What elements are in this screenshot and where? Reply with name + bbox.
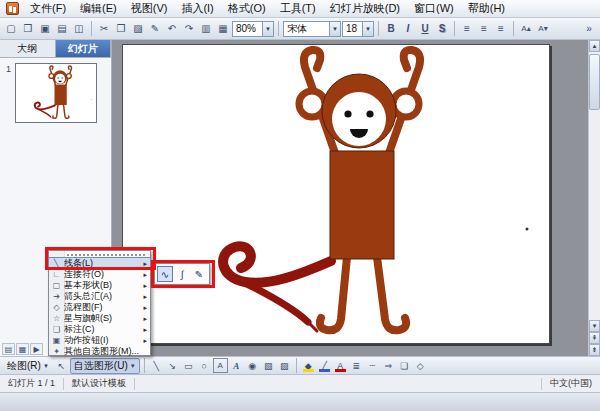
- autoshapes-menu-label: 自选图形(U): [74, 359, 128, 373]
- scroll-up-button[interactable]: ▴: [589, 40, 600, 52]
- increase-font-size-button[interactable]: A▴: [518, 21, 534, 37]
- diagram-icon[interactable]: ◉: [245, 358, 260, 373]
- menu-window[interactable]: 窗口(W): [407, 0, 461, 19]
- insert-chart-icon[interactable]: ▥: [198, 21, 214, 37]
- chevron-down-icon[interactable]: ▼: [262, 22, 273, 36]
- slide-thumbnail-row: 1: [0, 58, 111, 128]
- font-family-select[interactable]: 宋体 ▼: [283, 21, 341, 37]
- wordart-icon[interactable]: A: [229, 358, 244, 373]
- zoom-value: 80%: [236, 23, 256, 34]
- powerpoint-window: 文件(F) 编辑(E) 视图(V) 插入(I) 格式(O) 工具(T) 幻灯片放…: [0, 0, 600, 411]
- threed-style-icon[interactable]: ◇: [413, 358, 428, 373]
- scribble-icon[interactable]: ✎: [191, 266, 207, 282]
- select-objects-icon[interactable]: ↖: [54, 358, 69, 373]
- undo-icon[interactable]: ↶: [164, 21, 180, 37]
- line-style-icon[interactable]: ≣: [349, 358, 364, 373]
- autoshapes-menu-button[interactable]: 自选图形(U) ▼: [70, 358, 140, 374]
- connectors-icon: ∟: [49, 270, 64, 279]
- slide-canvas[interactable]: [122, 44, 550, 344]
- dash-style-icon[interactable]: ┄: [365, 358, 380, 373]
- save-icon[interactable]: ▣: [37, 21, 53, 37]
- slide-sorter-view-button[interactable]: ▦: [16, 343, 29, 355]
- scroll-down-button[interactable]: ▾: [589, 320, 600, 332]
- print-icon[interactable]: ▤: [54, 21, 70, 37]
- tab-outline[interactable]: 大纲: [0, 40, 56, 57]
- callouts-icon: ❑: [49, 325, 64, 334]
- align-left-button[interactable]: ≡: [459, 21, 475, 37]
- menu-tools[interactable]: 工具(T): [273, 0, 323, 19]
- menu-help[interactable]: 帮助(H): [461, 0, 512, 19]
- chevron-down-icon[interactable]: ▼: [329, 22, 340, 36]
- arrow-style-icon[interactable]: ⇒: [381, 358, 396, 373]
- standard-toolbar: ▢ ❒ ▣ ▤ ◫ ✂ ❐ ▨ ✎ ↶ ↷ ▥ ▦ 80% ▼ 宋体 ▼ 18 …: [0, 18, 600, 40]
- monkey-drawing[interactable]: [123, 45, 551, 345]
- decrease-font-size-button[interactable]: A▾: [535, 21, 551, 37]
- font-family-value: 宋体: [287, 22, 307, 36]
- format-painter-icon[interactable]: ✎: [147, 21, 163, 37]
- line-color-bar: [319, 369, 330, 372]
- zoom-select[interactable]: 80% ▼: [232, 21, 274, 37]
- menu-edit[interactable]: 编辑(E): [73, 0, 124, 19]
- clip-art-icon[interactable]: ▧: [261, 358, 276, 373]
- scrollbar-thumb[interactable]: [589, 54, 600, 110]
- italic-button[interactable]: I: [400, 21, 416, 37]
- toolbar-options-button[interactable]: »: [581, 21, 597, 37]
- cut-icon[interactable]: ✂: [96, 21, 112, 37]
- status-bar: 幻灯片 1 / 1 默认设计模板 中文(中国): [0, 374, 600, 392]
- curve-icon[interactable]: ∿: [157, 266, 173, 282]
- menu-slideshow[interactable]: 幻灯片放映(D): [323, 0, 407, 19]
- menu-item-label: 其他自选图形(M)...: [64, 345, 145, 358]
- line-color-icon[interactable]: ╱: [317, 358, 332, 373]
- copy-icon[interactable]: ❐: [113, 21, 129, 37]
- action-buttons-icon: ▣: [49, 336, 64, 345]
- text-box-icon[interactable]: A: [213, 358, 228, 373]
- arrow-tool-icon[interactable]: ↘: [165, 358, 180, 373]
- line-tool-icon[interactable]: ╲: [149, 358, 164, 373]
- scrollbar-track[interactable]: [589, 52, 600, 320]
- powerpoint-icon: [6, 2, 19, 15]
- toolbar-separator: [513, 21, 514, 36]
- font-size-select[interactable]: 18 ▼: [342, 21, 374, 37]
- insert-table-icon[interactable]: ▦: [215, 21, 231, 37]
- menu-format[interactable]: 格式(O): [221, 0, 273, 19]
- tab-slides[interactable]: 幻灯片: [56, 40, 112, 57]
- open-folder-icon[interactable]: ❒: [20, 21, 36, 37]
- menu-view[interactable]: 视图(V): [124, 0, 175, 19]
- status-language: 中文(中国): [541, 378, 600, 390]
- insert-picture-icon[interactable]: ▨: [277, 358, 292, 373]
- shadow-button[interactable]: S: [434, 21, 450, 37]
- previous-slide-button[interactable]: ⇞: [589, 332, 600, 344]
- panel-tabs: 大纲 幻灯片: [0, 40, 111, 58]
- freeform-icon[interactable]: ∫: [174, 266, 190, 282]
- draw-menu-button[interactable]: 绘图(R) ▼: [3, 358, 53, 374]
- fill-color-bar: [303, 369, 314, 372]
- fill-color-icon[interactable]: ◆: [301, 358, 316, 373]
- print-preview-icon[interactable]: ◫: [71, 21, 87, 37]
- slideshow-view-button[interactable]: ▶: [30, 343, 43, 355]
- chevron-down-icon[interactable]: ▼: [362, 22, 373, 36]
- next-slide-button[interactable]: ⇟: [589, 344, 600, 356]
- slide-thumbnail[interactable]: [15, 63, 97, 123]
- menu-bar: 文件(F) 编辑(E) 视图(V) 插入(I) 格式(O) 工具(T) 幻灯片放…: [0, 0, 600, 18]
- bold-button[interactable]: B: [383, 21, 399, 37]
- font-color-icon[interactable]: A: [333, 358, 348, 373]
- menu-item-more-autoshapes[interactable]: ✦ 其他自选图形(M)...: [49, 346, 150, 357]
- font-size-value: 18: [346, 23, 357, 34]
- font-color-bar: [335, 369, 346, 372]
- paste-icon[interactable]: ▨: [130, 21, 146, 37]
- underline-button[interactable]: U: [417, 21, 433, 37]
- rectangle-tool-icon[interactable]: ▭: [181, 358, 196, 373]
- toolbar-separator: [278, 21, 279, 36]
- toolbar-separator: [454, 21, 455, 36]
- toolbar-separator: [91, 21, 92, 36]
- normal-view-button[interactable]: ▤: [2, 343, 15, 355]
- align-right-button[interactable]: ≡: [493, 21, 509, 37]
- align-center-button[interactable]: ≡: [476, 21, 492, 37]
- menu-file[interactable]: 文件(F): [23, 0, 73, 19]
- new-document-icon[interactable]: ▢: [3, 21, 19, 37]
- menu-insert[interactable]: 插入(I): [174, 0, 220, 19]
- shadow-style-icon[interactable]: ❏: [397, 358, 412, 373]
- redo-icon[interactable]: ↷: [181, 21, 197, 37]
- stars-banners-icon: ☆: [49, 314, 64, 323]
- oval-tool-icon[interactable]: ○: [197, 358, 212, 373]
